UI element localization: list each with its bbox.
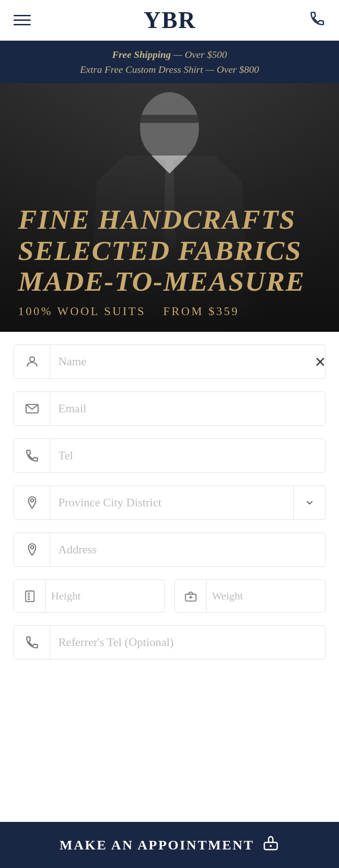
hero-text-block: FINE HANDCRAFTSSELECTED FABRICSMADE-TO-M… xyxy=(0,190,323,332)
appointment-form: × xyxy=(0,344,339,718)
location-field-row: Province City District xyxy=(14,486,325,520)
banner-line1: Free Shipping — Over $500 xyxy=(9,47,330,62)
hero-price: FROM $359 xyxy=(163,305,239,318)
weight-field-row xyxy=(174,580,325,613)
referrer-field-row xyxy=(14,625,325,660)
phone-icon[interactable] xyxy=(309,10,325,30)
logo: YBR xyxy=(144,7,196,33)
name-field-row xyxy=(14,344,325,379)
banner-shipping-bold: Free Shipping xyxy=(112,49,171,60)
menu-button[interactable] xyxy=(14,15,31,25)
svg-point-0 xyxy=(29,357,34,362)
height-field-row xyxy=(14,580,165,613)
header: YBR xyxy=(0,0,339,41)
address-icon xyxy=(14,533,50,566)
measurements-row xyxy=(14,580,325,613)
cta-button[interactable]: MAKE AN APPOINTMENT xyxy=(0,822,339,868)
height-input[interactable] xyxy=(46,580,165,612)
location-placeholder-text[interactable]: Province City District xyxy=(50,486,293,519)
cta-icon xyxy=(262,835,279,855)
name-input[interactable] xyxy=(50,345,325,378)
tel-icon xyxy=(14,439,50,472)
address-input[interactable] xyxy=(50,533,325,566)
email-input[interactable] xyxy=(50,392,325,425)
address-field-row xyxy=(14,533,325,567)
close-button[interactable]: × xyxy=(315,353,325,371)
height-icon xyxy=(14,580,46,612)
email-field-row xyxy=(14,392,325,426)
weight-icon xyxy=(175,580,207,612)
banner-line2: Extra Free Custom Dress Shirt — Over $80… xyxy=(9,62,330,77)
hero-title: FINE HANDCRAFTSSELECTED FABRICSMADE-TO-M… xyxy=(18,204,305,297)
hero-subtitle: 100% WOOL SUITS FROM $359 xyxy=(18,305,305,318)
svg-point-14 xyxy=(270,845,272,847)
cta-label: MAKE AN APPOINTMENT xyxy=(60,837,254,853)
email-icon xyxy=(14,392,50,425)
referrer-input[interactable] xyxy=(50,626,325,659)
svg-point-3 xyxy=(30,546,33,549)
banner-shipping-rest: — Over $500 xyxy=(171,49,227,60)
svg-point-2 xyxy=(30,499,33,502)
tel-input[interactable] xyxy=(50,439,325,472)
hero-wool: 100% WOOL SUITS xyxy=(18,305,146,318)
location-dropdown-arrow[interactable] xyxy=(293,486,325,519)
user-icon xyxy=(14,345,50,378)
location-icon xyxy=(14,486,50,519)
weight-input[interactable] xyxy=(207,580,325,612)
hero-section: FINE HANDCRAFTSSELECTED FABRICSMADE-TO-M… xyxy=(0,83,339,332)
promo-banner: Free Shipping — Over $500 Extra Free Cus… xyxy=(0,41,339,83)
referrer-icon xyxy=(14,626,50,659)
tel-field-row xyxy=(14,439,325,473)
